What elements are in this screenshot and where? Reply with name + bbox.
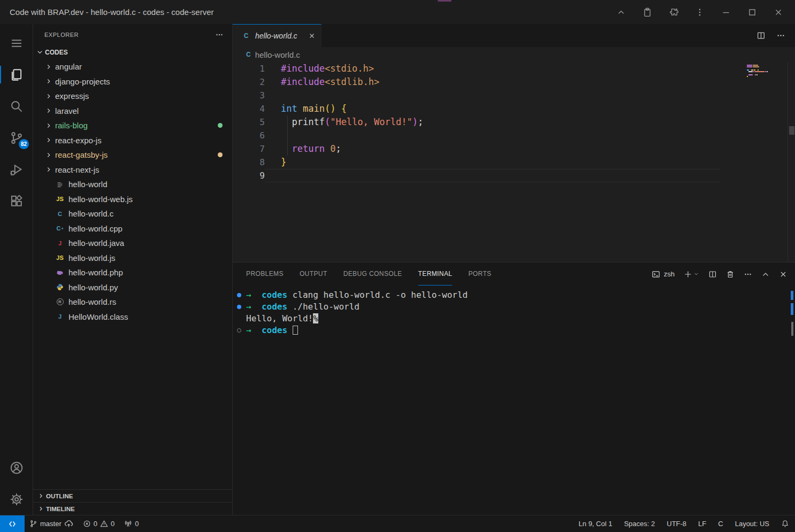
- menu-icon[interactable]: [0, 27, 33, 59]
- minimap[interactable]: [745, 62, 787, 262]
- close-window-button[interactable]: [773, 6, 784, 18]
- code-line-text: [265, 129, 721, 142]
- branch-status[interactable]: master: [25, 515, 78, 532]
- terminal-view[interactable]: → codes clang hello-world.c -o hello-wor…: [233, 286, 795, 515]
- file-label: hello-world: [68, 180, 108, 189]
- section-codes[interactable]: CODES: [33, 45, 232, 59]
- titlebar-actions: [615, 6, 795, 18]
- maximize-button[interactable]: [746, 6, 758, 18]
- file-item[interactable]: Jhello-world.java: [33, 236, 232, 251]
- folder-item[interactable]: laravel: [33, 104, 232, 119]
- terminal-mark: [791, 322, 793, 336]
- folder-item[interactable]: angular: [33, 59, 232, 74]
- line-number: 2: [233, 75, 265, 89]
- folder-item[interactable]: rails-blog: [33, 118, 232, 133]
- clipboard-icon[interactable]: [641, 6, 653, 18]
- settings-gear-icon[interactable]: [0, 483, 33, 515]
- explorer-icon[interactable]: [0, 59, 33, 90]
- folder-item[interactable]: react-expo-js: [33, 133, 232, 148]
- git-branch-icon: [29, 520, 37, 528]
- file-item[interactable]: JHelloWorld.class: [33, 310, 232, 325]
- code-line[interactable]: 9: [233, 169, 795, 182]
- file-item[interactable]: hello-world: [33, 177, 232, 192]
- split-terminal-icon[interactable]: [708, 270, 717, 279]
- chevron-down-icon: [36, 48, 44, 56]
- editor-scrollbar[interactable]: [788, 62, 795, 262]
- code-line[interactable]: 2#include<stdlib.h>: [233, 75, 795, 89]
- editor-group: C hello-world.c C hello-world.c 1#includ…: [233, 24, 795, 515]
- shell-selector[interactable]: zsh: [652, 270, 675, 279]
- source-control-icon[interactable]: 82: [0, 122, 33, 153]
- tab-close-icon[interactable]: [308, 32, 316, 40]
- file-label: hello-world.js: [68, 253, 116, 263]
- js-icon: JS: [55, 255, 65, 261]
- panel-more-icon[interactable]: [744, 270, 752, 279]
- code-editor[interactable]: 1#include<stdio.h>2#include<stdlib.h>34i…: [233, 62, 795, 262]
- file-item[interactable]: Chello-world.c: [33, 206, 232, 221]
- minimap-line: [745, 66, 787, 67]
- file-item[interactable]: Rhello-world.rs: [33, 295, 232, 310]
- split-editor-icon[interactable]: [756, 31, 766, 40]
- breadcrumb[interactable]: C hello-world.c: [233, 47, 795, 62]
- file-item[interactable]: C+hello-world.cpp: [33, 221, 232, 236]
- file-item[interactable]: hello-world.php: [33, 265, 232, 280]
- panel-tab-bar: PROBLEMS OUTPUT DEBUG CONSOLE TERMINAL P…: [233, 263, 795, 286]
- tab-output[interactable]: OUTPUT: [300, 263, 327, 286]
- indentation[interactable]: Spaces: 2: [618, 515, 661, 532]
- chevron-up-icon[interactable]: [615, 6, 627, 18]
- terminal-line: Hello, World!%: [233, 313, 795, 325]
- tab-problems[interactable]: PROBLEMS: [246, 263, 284, 286]
- shell-label: zsh: [664, 270, 675, 278]
- file-label: hello-world.java: [68, 238, 124, 248]
- new-terminal-button[interactable]: [684, 270, 699, 279]
- file-item[interactable]: hello-world.py: [33, 280, 232, 295]
- kebab-menu-icon[interactable]: [694, 6, 706, 18]
- titlebar-artifact: [438, 0, 452, 2]
- editor-more-icon[interactable]: [776, 31, 785, 40]
- ports-status[interactable]: 0: [119, 515, 143, 532]
- search-icon[interactable]: [0, 90, 33, 122]
- explorer-more-icon[interactable]: [215, 30, 224, 39]
- folder-item[interactable]: django-projects: [33, 74, 232, 89]
- tab-terminal[interactable]: TERMINAL: [418, 263, 453, 286]
- timeline-section[interactable]: TIMELINE: [33, 502, 232, 515]
- remote-indicator[interactable]: [0, 515, 25, 532]
- folder-item[interactable]: expressjs: [33, 89, 232, 104]
- problems-status[interactable]: 0 0: [78, 515, 119, 532]
- tab-ports[interactable]: PORTS: [468, 263, 491, 286]
- folder-item[interactable]: react-gatsby-js: [33, 148, 232, 163]
- extensions-icon[interactable]: [0, 185, 33, 217]
- scrollbar-thumb[interactable]: [789, 126, 794, 135]
- file-item[interactable]: JShello-world-web.js: [33, 192, 232, 207]
- code-line[interactable]: 3: [233, 89, 795, 102]
- folder-label: django-projects: [55, 77, 110, 86]
- run-debug-icon[interactable]: [0, 153, 33, 185]
- keyboard-layout[interactable]: Layout: US: [729, 515, 775, 532]
- code-line[interactable]: 5 printf("Hello, World!");: [233, 115, 795, 129]
- tab-debug-console[interactable]: DEBUG CONSOLE: [343, 263, 402, 286]
- outline-section[interactable]: OUTLINE: [33, 489, 232, 502]
- folder-item[interactable]: react-next-js: [33, 163, 232, 178]
- tab-hello-world-c[interactable]: C hello-world.c: [233, 24, 322, 47]
- maximize-panel-icon[interactable]: [761, 270, 770, 279]
- account-icon[interactable]: [0, 452, 33, 483]
- kill-terminal-icon[interactable]: [726, 270, 735, 279]
- sidebar-explorer: EXPLORER CODES angulardjango-projectsexp…: [33, 24, 233, 515]
- notifications-bell-icon[interactable]: [775, 515, 795, 532]
- code-line[interactable]: 4int main() {: [233, 102, 795, 115]
- puzzle-extension-icon[interactable]: [668, 6, 679, 18]
- code-lines: 1#include<stdio.h>2#include<stdlib.h>34i…: [233, 62, 795, 182]
- terminal-line: → codes: [233, 325, 795, 336]
- language-mode[interactable]: C: [712, 515, 729, 532]
- code-line[interactable]: 7 return 0;: [233, 142, 795, 156]
- encoding[interactable]: UTF-8: [661, 515, 692, 532]
- close-panel-icon[interactable]: [779, 270, 788, 279]
- code-line[interactable]: 1#include<stdio.h>: [233, 62, 795, 75]
- eol-sequence[interactable]: LF: [692, 515, 712, 532]
- minimize-button[interactable]: [720, 6, 732, 18]
- file-item[interactable]: JShello-world.js: [33, 251, 232, 266]
- code-line[interactable]: 8}: [233, 156, 795, 169]
- folder-label: react-gatsby-js: [55, 150, 108, 159]
- cursor-position[interactable]: Ln 9, Col 1: [573, 515, 618, 532]
- code-line[interactable]: 6: [233, 129, 795, 142]
